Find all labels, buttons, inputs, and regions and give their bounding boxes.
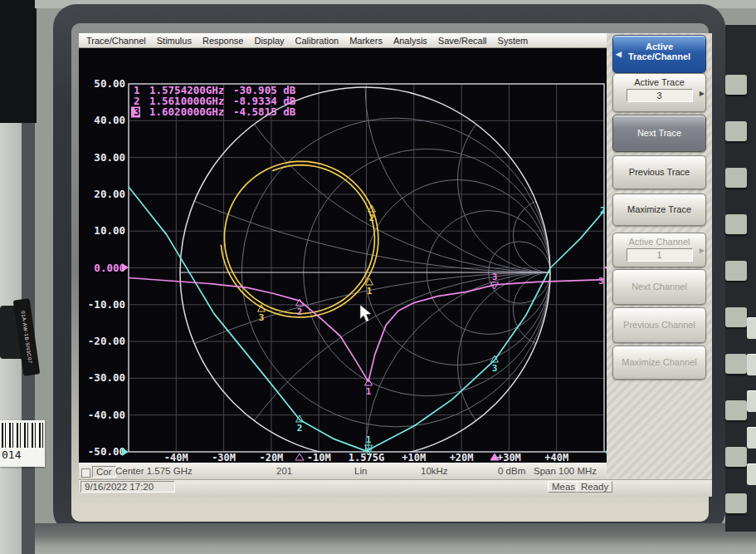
hardware-key[interactable] [725,121,747,141]
chevron-right-icon: ▶ [700,89,705,96]
y-tick-label: -50.00 [88,445,125,458]
hardware-key[interactable] [725,354,747,374]
hardware-key[interactable] [725,75,747,95]
barcode-sticker: 014 [0,420,45,467]
hardware-softkey-column [725,25,756,532]
measurement-chart: 11.5754200GHz-30.905 dB21.5610000GHz-8.9… [79,48,607,463]
if-bandwidth: 10kHz [421,466,448,476]
hardware-key-cap[interactable] [747,354,756,375]
y-tick-label: -40.00 [88,409,125,421]
y-tick-label: 10.00 [94,224,125,237]
hardware-key-cap[interactable] [747,463,756,485]
y-tick-label: 40.00 [94,114,125,126]
sweep-type: Lin [354,466,367,476]
chevron-right-icon: ▶ [700,247,705,254]
menu-item-analysis[interactable]: Analysis [393,36,427,46]
menu-item-markers[interactable]: Markers [349,36,383,46]
svg-text:2: 2 [297,306,303,317]
softkey-previous-trace[interactable]: Previous Trace [612,155,706,189]
barcode-number: 014 [2,449,21,461]
y-tick-label: -10.00 [88,298,125,311]
softkey-maximize-channel[interactable]: Maximize Channel [612,346,706,380]
menu-item-response[interactable]: Response [202,36,244,46]
y-tick-label: 0.000 [94,262,125,274]
y-tick-label: 30.00 [94,151,125,164]
svg-text:1.6020000GHz: 1.6020000GHz [149,105,224,118]
source-power: 0 dBm [498,466,525,476]
x-tick-label: -20M [259,452,283,463]
hardware-key[interactable] [725,447,747,467]
chevron-left-icon: ◀ [616,50,622,58]
sweep-points: 201 [276,466,292,476]
hardware-key[interactable] [725,400,747,420]
menu-item-system[interactable]: System [498,36,529,46]
svg-text:2: 2 [369,213,375,223]
svg-text:-4.5815 dB: -4.5815 dB [233,105,296,118]
x-tick-label: -30M [212,452,236,463]
menu-item-stimulus[interactable]: Stimulus [157,36,192,46]
menu-item-trace-channel[interactable]: Trace/Channel [86,36,146,46]
hardware-key-cap[interactable] [747,427,756,449]
menu-item-save-recall[interactable]: Save/Recall [438,36,487,46]
marker-table: 11.5754200GHz-30.905 dB21.5610000GHz-8.9… [131,84,296,118]
trace-end-label: 3 [598,276,604,287]
softkey-previous-channel[interactable]: Previous Channel [612,307,706,343]
softkey-active-channel[interactable]: Active Channel1▶ [612,233,706,267]
softkey-panel: ◀ Active Trace/Channel Active Trace3▶Nex… [607,33,712,479]
x-tick-label: -40M [164,452,188,463]
svg-text:2: 2 [297,423,303,434]
trace-end-label: 2 [600,205,606,216]
front-panel-bottom [35,523,756,554]
span-freq: Span 100 MHz [534,466,597,476]
hardware-key[interactable] [725,168,747,188]
hardware-key[interactable] [725,493,747,513]
menu-item-display[interactable]: Display [254,36,284,46]
cor-indicator: Cor [92,466,116,478]
menu-item-calibration[interactable]: Calibration [295,36,339,46]
instrument-photo: 01A-AW-1B-SN3C07 014 Trace/ChannelStimul… [0,0,756,554]
svg-text:3: 3 [492,363,498,374]
meas-status: Meas [548,481,579,493]
status-checkbox [81,468,90,478]
softkey-next-channel[interactable]: Next Channel [612,269,706,305]
y-tick-label: 20.00 [94,188,125,200]
x-axis-labels: -40M-30M-20M-10M1.575G+10M+20M+30M+40M [164,452,568,463]
status-bar-stimulus: Cor Center 1.575 GHz 201 Lin 10kHz 0 dBm… [79,463,607,480]
softkey-value: 3 [627,89,693,102]
x-tick-label: +10M [402,452,426,463]
svg-text:3: 3 [134,105,140,118]
hardware-key[interactable] [725,261,747,281]
hardware-key[interactable] [725,214,747,234]
x-tick-label: +40M [544,452,568,463]
lcd-screen: Trace/ChannelStimulusResponseDisplayCali… [79,33,712,497]
softkey-value: 1 [627,248,693,262]
datetime: 9/16/2022 17:20 [80,481,175,493]
softkey-next-trace[interactable]: Next Trace [612,115,706,152]
center-freq: Center 1.575 GHz [115,466,193,476]
hardware-key-cap[interactable] [747,317,756,339]
svg-text:1: 1 [367,286,373,297]
svg-text:3: 3 [492,272,498,282]
x-tick-label: +20M [450,452,474,463]
y-tick-label: -20.00 [88,335,125,347]
x-tick-label: 1.575G [349,452,384,463]
dark-corner [0,0,37,123]
svg-text:1: 1 [366,386,372,397]
ready-status: Ready [577,481,612,493]
barcode-icon [2,423,43,448]
y-tick-label: -30.00 [88,371,125,384]
hardware-key[interactable] [725,307,747,327]
softkey-maximize-trace[interactable]: Maximize Trace [612,194,706,226]
x-tick-label: -10M [307,452,331,463]
status-bar-system: 9/16/2022 17:20 Meas Ready [79,479,712,497]
softkey-active-trace-channel[interactable]: ◀ Active Trace/Channel [612,35,706,73]
y-tick-label: 50.00 [94,77,125,90]
x-tick-label: +30M [497,452,521,463]
svg-text:3: 3 [259,312,265,323]
softkey-active-trace[interactable]: Active Trace3▶ [612,73,706,112]
hardware-key-cap[interactable] [747,390,756,412]
